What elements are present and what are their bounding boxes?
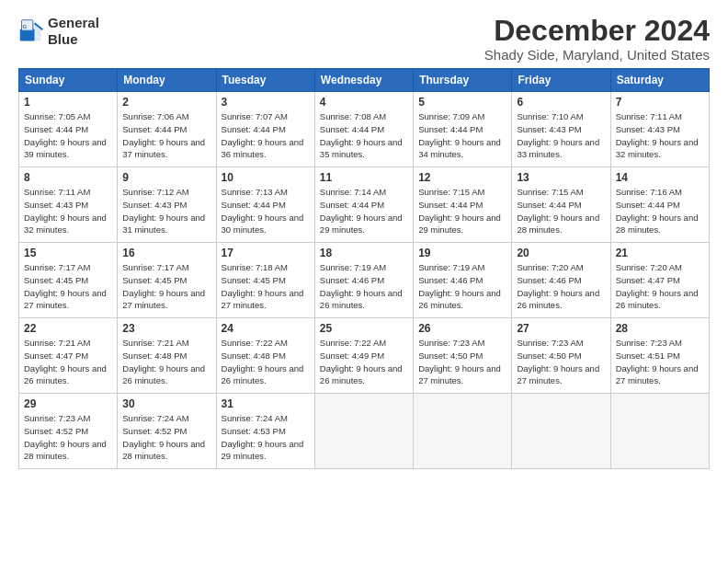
day-info: Sunrise: 7:17 AMSunset: 4:45 PMDaylight:… bbox=[24, 261, 112, 312]
day-number: 17 bbox=[222, 247, 310, 259]
calendar-cell: 23Sunrise: 7:21 AMSunset: 4:48 PMDayligh… bbox=[118, 318, 216, 394]
day-info: Sunrise: 7:20 AMSunset: 4:47 PMDaylight:… bbox=[616, 261, 704, 312]
week-row-2: 15Sunrise: 7:17 AMSunset: 4:45 PMDayligh… bbox=[19, 243, 710, 318]
day-number: 24 bbox=[222, 322, 310, 335]
logo-text: General Blue bbox=[48, 15, 99, 48]
header-day-saturday: Saturday bbox=[610, 69, 709, 92]
day-info: Sunrise: 7:10 AMSunset: 4:43 PMDaylight:… bbox=[517, 110, 605, 161]
calendar-cell: 7Sunrise: 7:11 AMSunset: 4:43 PMDaylight… bbox=[610, 92, 709, 167]
day-info: Sunrise: 7:19 AMSunset: 4:46 PMDaylight:… bbox=[418, 261, 506, 312]
calendar-cell: 13Sunrise: 7:15 AMSunset: 4:44 PMDayligh… bbox=[512, 167, 610, 243]
day-info: Sunrise: 7:24 AMSunset: 4:53 PMDaylight:… bbox=[222, 412, 310, 463]
header-day-sunday: Sunday bbox=[19, 69, 118, 92]
week-row-0: 1Sunrise: 7:05 AMSunset: 4:44 PMDaylight… bbox=[19, 92, 710, 167]
day-info: Sunrise: 7:15 AMSunset: 4:44 PMDaylight:… bbox=[517, 186, 605, 236]
day-info: Sunrise: 7:21 AMSunset: 4:48 PMDaylight:… bbox=[122, 337, 210, 387]
calendar-cell: 16Sunrise: 7:17 AMSunset: 4:45 PMDayligh… bbox=[118, 243, 216, 318]
day-info: Sunrise: 7:08 AMSunset: 4:44 PMDaylight:… bbox=[320, 110, 408, 161]
calendar-cell: 31Sunrise: 7:24 AMSunset: 4:53 PMDayligh… bbox=[216, 394, 314, 469]
calendar-cell: 20Sunrise: 7:20 AMSunset: 4:46 PMDayligh… bbox=[512, 243, 610, 318]
day-number: 26 bbox=[418, 322, 506, 335]
day-number: 19 bbox=[418, 247, 506, 259]
day-info: Sunrise: 7:21 AMSunset: 4:47 PMDaylight:… bbox=[24, 337, 112, 387]
day-info: Sunrise: 7:16 AMSunset: 4:44 PMDaylight:… bbox=[616, 186, 704, 236]
day-number: 12 bbox=[418, 171, 506, 184]
day-info: Sunrise: 7:23 AMSunset: 4:52 PMDaylight:… bbox=[24, 412, 112, 463]
day-info: Sunrise: 7:22 AMSunset: 4:49 PMDaylight:… bbox=[320, 337, 408, 387]
calendar-cell bbox=[314, 394, 413, 469]
calendar-cell: 25Sunrise: 7:22 AMSunset: 4:49 PMDayligh… bbox=[314, 318, 413, 394]
header-row: SundayMondayTuesdayWednesdayThursdayFrid… bbox=[19, 69, 710, 92]
calendar-table: SundayMondayTuesdayWednesdayThursdayFrid… bbox=[18, 68, 710, 469]
calendar-cell: 8Sunrise: 7:11 AMSunset: 4:43 PMDaylight… bbox=[19, 167, 118, 243]
logo-icon: G bbox=[18, 18, 44, 44]
day-info: Sunrise: 7:07 AMSunset: 4:44 PMDaylight:… bbox=[222, 110, 310, 161]
calendar-cell: 18Sunrise: 7:19 AMSunset: 4:46 PMDayligh… bbox=[314, 243, 413, 318]
calendar-cell: 6Sunrise: 7:10 AMSunset: 4:43 PMDaylight… bbox=[512, 92, 610, 167]
day-info: Sunrise: 7:06 AMSunset: 4:44 PMDaylight:… bbox=[122, 110, 210, 161]
title-block: December 2024 Shady Side, Maryland, Unit… bbox=[484, 15, 710, 63]
week-row-3: 22Sunrise: 7:21 AMSunset: 4:47 PMDayligh… bbox=[19, 318, 710, 394]
day-number: 23 bbox=[122, 322, 210, 335]
day-number: 15 bbox=[24, 247, 112, 259]
calendar-container: G General Blue December 2024 Shady Side,… bbox=[0, 0, 728, 478]
calendar-subtitle: Shady Side, Maryland, United States bbox=[484, 47, 710, 63]
header: G General Blue December 2024 Shady Side,… bbox=[18, 15, 710, 63]
calendar-cell: 29Sunrise: 7:23 AMSunset: 4:52 PMDayligh… bbox=[19, 394, 118, 469]
day-info: Sunrise: 7:23 AMSunset: 4:51 PMDaylight:… bbox=[616, 337, 704, 387]
day-info: Sunrise: 7:24 AMSunset: 4:52 PMDaylight:… bbox=[122, 412, 210, 463]
day-info: Sunrise: 7:23 AMSunset: 4:50 PMDaylight:… bbox=[517, 337, 605, 387]
calendar-cell: 15Sunrise: 7:17 AMSunset: 4:45 PMDayligh… bbox=[19, 243, 118, 318]
header-day-tuesday: Tuesday bbox=[216, 69, 314, 92]
week-row-4: 29Sunrise: 7:23 AMSunset: 4:52 PMDayligh… bbox=[19, 394, 710, 469]
day-number: 7 bbox=[616, 96, 704, 109]
calendar-cell: 27Sunrise: 7:23 AMSunset: 4:50 PMDayligh… bbox=[512, 318, 610, 394]
day-info: Sunrise: 7:05 AMSunset: 4:44 PMDaylight:… bbox=[24, 110, 112, 161]
calendar-cell: 24Sunrise: 7:22 AMSunset: 4:48 PMDayligh… bbox=[216, 318, 314, 394]
day-info: Sunrise: 7:19 AMSunset: 4:46 PMDaylight:… bbox=[320, 261, 408, 312]
day-number: 4 bbox=[320, 96, 408, 109]
calendar-cell: 11Sunrise: 7:14 AMSunset: 4:44 PMDayligh… bbox=[314, 167, 413, 243]
calendar-cell bbox=[414, 394, 512, 469]
day-number: 29 bbox=[24, 397, 112, 410]
calendar-cell: 2Sunrise: 7:06 AMSunset: 4:44 PMDaylight… bbox=[118, 92, 216, 167]
day-number: 27 bbox=[517, 322, 605, 335]
day-info: Sunrise: 7:18 AMSunset: 4:45 PMDaylight:… bbox=[222, 261, 310, 312]
calendar-cell bbox=[512, 394, 610, 469]
calendar-cell: 30Sunrise: 7:24 AMSunset: 4:52 PMDayligh… bbox=[118, 394, 216, 469]
day-info: Sunrise: 7:20 AMSunset: 4:46 PMDaylight:… bbox=[517, 261, 605, 312]
calendar-cell: 28Sunrise: 7:23 AMSunset: 4:51 PMDayligh… bbox=[610, 318, 709, 394]
day-number: 28 bbox=[616, 322, 704, 335]
calendar-cell: 5Sunrise: 7:09 AMSunset: 4:44 PMDaylight… bbox=[414, 92, 512, 167]
day-number: 16 bbox=[122, 247, 210, 259]
calendar-cell: 17Sunrise: 7:18 AMSunset: 4:45 PMDayligh… bbox=[216, 243, 314, 318]
day-number: 21 bbox=[616, 247, 704, 259]
day-info: Sunrise: 7:15 AMSunset: 4:44 PMDaylight:… bbox=[418, 186, 506, 236]
day-number: 13 bbox=[517, 171, 605, 184]
header-day-thursday: Thursday bbox=[414, 69, 512, 92]
day-info: Sunrise: 7:22 AMSunset: 4:48 PMDaylight:… bbox=[222, 337, 310, 387]
calendar-cell: 3Sunrise: 7:07 AMSunset: 4:44 PMDaylight… bbox=[216, 92, 314, 167]
day-number: 6 bbox=[517, 96, 605, 109]
day-number: 1 bbox=[24, 96, 112, 109]
day-info: Sunrise: 7:11 AMSunset: 4:43 PMDaylight:… bbox=[24, 186, 112, 236]
day-number: 11 bbox=[320, 171, 408, 184]
day-info: Sunrise: 7:17 AMSunset: 4:45 PMDaylight:… bbox=[122, 261, 210, 312]
calendar-cell: 9Sunrise: 7:12 AMSunset: 4:43 PMDaylight… bbox=[118, 167, 216, 243]
calendar-cell bbox=[610, 394, 709, 469]
calendar-cell: 19Sunrise: 7:19 AMSunset: 4:46 PMDayligh… bbox=[414, 243, 512, 318]
day-number: 14 bbox=[616, 171, 704, 184]
calendar-cell: 26Sunrise: 7:23 AMSunset: 4:50 PMDayligh… bbox=[414, 318, 512, 394]
calendar-cell: 12Sunrise: 7:15 AMSunset: 4:44 PMDayligh… bbox=[414, 167, 512, 243]
day-info: Sunrise: 7:23 AMSunset: 4:50 PMDaylight:… bbox=[418, 337, 506, 387]
logo: G General Blue bbox=[18, 15, 99, 48]
day-number: 5 bbox=[418, 96, 506, 109]
day-number: 22 bbox=[24, 322, 112, 335]
day-number: 10 bbox=[222, 171, 310, 184]
calendar-cell: 22Sunrise: 7:21 AMSunset: 4:47 PMDayligh… bbox=[19, 318, 118, 394]
day-number: 30 bbox=[122, 397, 210, 410]
day-number: 20 bbox=[517, 247, 605, 259]
header-day-monday: Monday bbox=[118, 69, 216, 92]
header-day-wednesday: Wednesday bbox=[314, 69, 413, 92]
day-info: Sunrise: 7:13 AMSunset: 4:44 PMDaylight:… bbox=[222, 186, 310, 236]
